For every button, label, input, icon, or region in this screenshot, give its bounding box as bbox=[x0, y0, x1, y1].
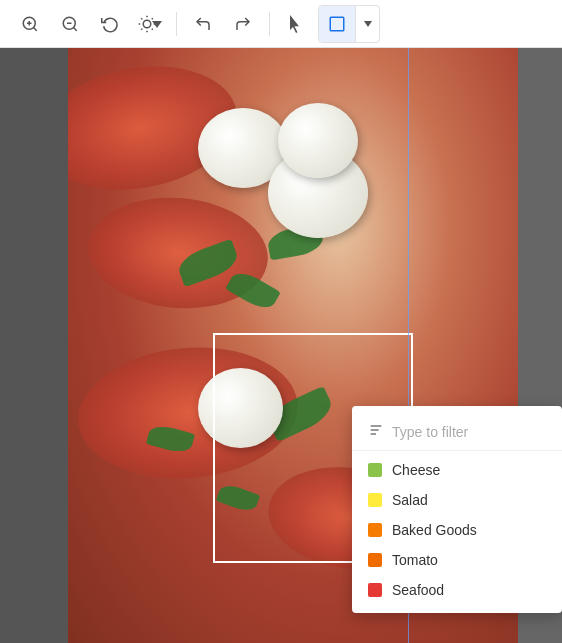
label-item-baked-goods[interactable]: Baked Goods bbox=[352, 515, 562, 545]
svg-rect-17 bbox=[330, 17, 344, 31]
filter-input[interactable] bbox=[392, 424, 546, 440]
mozz-ball-4 bbox=[198, 368, 283, 448]
svg-marker-18 bbox=[364, 21, 372, 27]
zoom-in-button[interactable] bbox=[12, 6, 48, 42]
label-item-cheese[interactable]: Cheese bbox=[352, 455, 562, 485]
brightness-button[interactable] bbox=[132, 6, 168, 42]
filter-row bbox=[352, 414, 562, 451]
seafood-color bbox=[368, 583, 382, 597]
mozz-ball-3 bbox=[278, 103, 358, 178]
salad-color bbox=[368, 493, 382, 507]
svg-line-5 bbox=[73, 27, 76, 30]
salad-label: Salad bbox=[392, 492, 428, 508]
toolbar-divider-2 bbox=[269, 12, 270, 36]
label-item-salad[interactable]: Salad bbox=[352, 485, 562, 515]
undo-button[interactable] bbox=[185, 6, 221, 42]
bbox-dropdown-button[interactable] bbox=[355, 6, 379, 42]
baked-goods-label: Baked Goods bbox=[392, 522, 477, 538]
bbox-button[interactable] bbox=[319, 6, 355, 42]
cheese-label: Cheese bbox=[392, 462, 440, 478]
zoom-out-button[interactable] bbox=[52, 6, 88, 42]
svg-marker-16 bbox=[152, 21, 162, 28]
svg-line-1 bbox=[33, 27, 36, 30]
bbox-tool-group bbox=[318, 5, 380, 43]
pointer-button[interactable] bbox=[278, 6, 314, 42]
seafood-label: Seafood bbox=[392, 582, 444, 598]
toolbar-divider-1 bbox=[176, 12, 177, 36]
label-item-seafood[interactable]: Seafood bbox=[352, 575, 562, 605]
filter-icon bbox=[368, 422, 384, 442]
tomato-color bbox=[368, 553, 382, 567]
baked-goods-color bbox=[368, 523, 382, 537]
svg-line-15 bbox=[152, 18, 153, 19]
svg-line-10 bbox=[141, 18, 142, 19]
tomato-label: Tomato bbox=[392, 552, 438, 568]
left-panel bbox=[0, 48, 68, 643]
label-dropdown: Cheese Salad Baked Goods Tomato Seafood bbox=[352, 406, 562, 613]
svg-line-14 bbox=[141, 28, 142, 29]
label-item-tomato[interactable]: Tomato bbox=[352, 545, 562, 575]
redo-button[interactable] bbox=[225, 6, 261, 42]
rotate-button[interactable] bbox=[92, 6, 128, 42]
toolbar bbox=[0, 0, 562, 48]
canvas-area: Cheese Salad Baked Goods Tomato Seafood bbox=[0, 48, 562, 643]
svg-point-7 bbox=[143, 20, 151, 28]
cheese-color bbox=[368, 463, 382, 477]
